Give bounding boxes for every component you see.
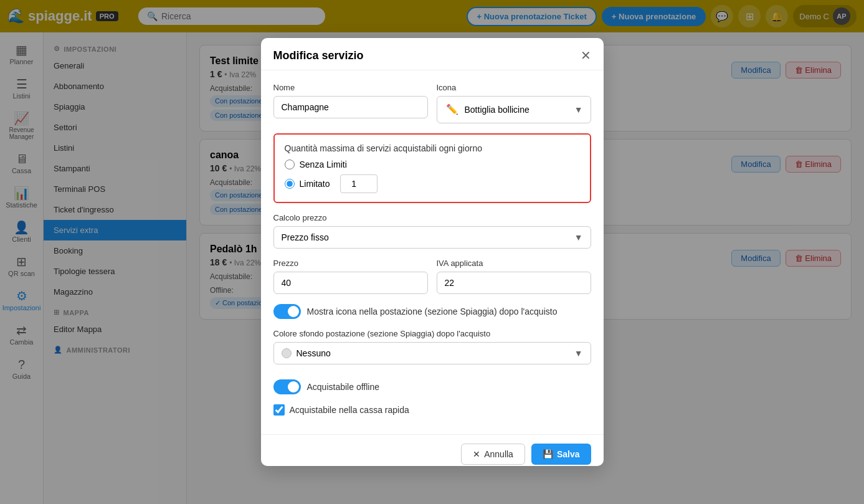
save-label: Salva [557, 449, 580, 459]
color-select-inner: Nessuno [282, 348, 331, 358]
save-icon: 💾 [543, 449, 553, 459]
form-group-prezzo: Prezzo [273, 259, 428, 294]
radio-group-qty: Senza Limiti Limitato [285, 159, 580, 193]
radio-no-limit-input[interactable] [285, 159, 295, 169]
cancel-label: Annulla [484, 449, 513, 459]
cancel-button[interactable]: ✕ Annulla [461, 444, 525, 465]
form-row-nome-icona: Nome Icona ✏️ Bottiglia bollicine ▼ [273, 83, 591, 123]
form-group-iva: IVA applicata [437, 259, 591, 294]
calcolo-prezzo-chevron: ▼ [574, 232, 583, 242]
modal-close-button[interactable]: ✕ [581, 49, 591, 62]
form-group-calcolo-prezzo: Calcolo prezzo Prezzo fisso ▼ [273, 213, 591, 249]
nome-label: Nome [273, 83, 428, 92]
form-group-icona: Icona ✏️ Bottiglia bollicine ▼ [437, 83, 591, 123]
limit-value-input[interactable] [340, 174, 377, 193]
icona-select[interactable]: ✏️ Bottiglia bollicine ▼ [437, 96, 591, 123]
icona-preview: ✏️ [445, 102, 460, 117]
color-dot [282, 348, 292, 358]
icona-chevron-icon: ▼ [574, 105, 583, 115]
save-button[interactable]: 💾 Salva [531, 444, 591, 465]
color-select-section: Colore sfondo postazione (sezione Spiagg… [273, 329, 591, 364]
radio-item-limited[interactable]: Limitato [285, 174, 580, 193]
form-row-prezzo-iva: Prezzo IVA applicata [273, 259, 591, 294]
spacer [273, 374, 591, 379]
color-select-label: Colore sfondo postazione (sezione Spiagg… [273, 329, 591, 338]
iva-input[interactable] [437, 272, 591, 294]
toggle-mostra-icona-label: Mostra icona nella postazione (sezione S… [307, 307, 558, 316]
color-select-dropdown[interactable]: Nessuno ▼ [273, 342, 591, 364]
modal-overlay[interactable]: Modifica servizio ✕ Nome Icona ✏️ Bottig… [0, 0, 864, 504]
color-chevron-icon: ▼ [574, 348, 583, 358]
toggle-mostra-icona[interactable] [273, 304, 301, 319]
prezzo-label: Prezzo [273, 259, 428, 268]
calcolo-prezzo-select[interactable]: Prezzo fisso ▼ [273, 226, 591, 249]
toggle-offline-slider [273, 379, 301, 394]
cancel-icon: ✕ [473, 449, 480, 459]
iva-label: IVA applicata [437, 259, 591, 268]
qty-limit-title: Quantità massima di servizi acquistabili… [285, 143, 580, 153]
checkbox-cassa-rapida-label: Acquistabile nella cassa rapida [290, 405, 409, 415]
modal-modifica-servizio: Modifica servizio ✕ Nome Icona ✏️ Bottig… [261, 38, 604, 467]
icona-value: Bottiglia bollicine [465, 105, 529, 115]
calcolo-prezzo-value: Prezzo fisso [282, 232, 329, 242]
qty-limit-box: Quantità massima di servizi acquistabili… [273, 133, 591, 203]
radio-no-limit-label: Senza Limiti [300, 159, 347, 169]
radio-limited-label: Limitato [300, 179, 330, 189]
checkbox-cassa-rapida-input[interactable] [273, 404, 285, 416]
modal-body: Nome Icona ✏️ Bottiglia bollicine ▼ [261, 70, 604, 434]
checkbox-row-cassa-rapida: Acquistabile nella cassa rapida [273, 404, 591, 416]
form-group-nome: Nome [273, 83, 428, 123]
modal-footer: ✕ Annulla 💾 Salva [261, 434, 604, 467]
toggle-row-offline: Acquistabile offline [273, 379, 591, 394]
icona-select-inner: ✏️ Bottiglia bollicine [445, 102, 569, 117]
modal-title: Modifica servizio [273, 49, 364, 62]
toggle-mostra-icona-slider [273, 304, 301, 319]
icona-label: Icona [437, 83, 591, 92]
modal-header: Modifica servizio ✕ [261, 38, 604, 70]
nome-input[interactable] [273, 96, 428, 118]
prezzo-input[interactable] [273, 272, 428, 294]
radio-item-no-limit[interactable]: Senza Limiti [285, 159, 580, 169]
color-value: Nessuno [297, 348, 331, 358]
toggle-offline-label: Acquistabile offline [307, 382, 379, 392]
calcolo-prezzo-label: Calcolo prezzo [273, 213, 591, 222]
toggle-offline[interactable] [273, 379, 301, 394]
radio-limited-input[interactable] [285, 179, 295, 189]
toggle-row-mostra-icona: Mostra icona nella postazione (sezione S… [273, 304, 591, 319]
